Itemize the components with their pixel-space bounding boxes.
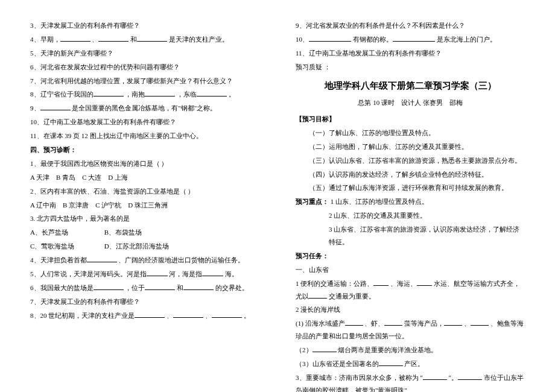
text: 。 <box>244 312 250 319</box>
right-column: 9、河北省发展农业的有利条件是什么？不利因素是什么？ 10、 有钢都的称。 是东… <box>296 18 525 392</box>
q7: 7、河北省利用优越的地理位置，发展了哪些新兴产业？有什么意义？ <box>30 75 259 87</box>
blank <box>312 344 337 352</box>
opt-c: C、莺歌海盐场 <box>30 240 103 253</box>
d3: 3. 北方四大盐场中，最为著名的是 <box>30 212 259 225</box>
blank <box>309 291 327 299</box>
t3: 3、重要城市：济南市因泉水众多，被称为 " "。 市位于山东半岛南侧的胶州湾畔，… <box>296 371 525 392</box>
p3: 3 山东省、江苏省丰富的旅游资源，认识苏南发达经济，了解经济特征。 <box>296 223 525 248</box>
q9: 9、 是全国重要的黑色金属冶炼基地，有"钢都"之称。 <box>30 102 259 115</box>
text: 烟台两市是重要的海洋渔业基地。 <box>338 346 437 353</box>
blank <box>471 318 489 326</box>
text: 。 <box>229 90 235 98</box>
g1: （一）了解山东、江苏的地理位置及特点。 <box>296 127 525 139</box>
p2: 2 山东、江苏的交通及其重要性。 <box>296 209 525 222</box>
t2-2: （2） 烟台两市是重要的海洋渔业基地。 <box>296 344 525 356</box>
d5: 5、人们常说，天津是河海码头。河是指 河，海是指 海。 <box>30 268 259 280</box>
text: 和 <box>130 36 137 43</box>
d8: 8、20 世纪初期，天津的支柱产业是 、 、 。 <box>30 309 259 322</box>
blank <box>135 310 165 318</box>
text: 8、20 世纪初期，天津的支柱产业是 <box>30 312 135 319</box>
text: (1) 沿海水域盛产 <box>296 320 345 327</box>
d4: 4、天津担负着首都 、广阔的经济腹地进出口货物的运输任务。 <box>30 254 259 267</box>
t0: 一、山东省 <box>296 264 525 276</box>
blank <box>147 268 168 276</box>
blank <box>60 34 90 42</box>
blank <box>145 89 175 96</box>
rq11: 11、辽中南工业基地发展工业的有利条件有哪些？ <box>296 47 525 60</box>
t2-3: （3）山东省还是全国著名的 产区。 <box>296 358 525 370</box>
blank <box>87 254 117 262</box>
points-head: 预习重点： <box>296 198 329 205</box>
q3: 3、天津发展工业的有利条件有哪些？ <box>30 19 259 32</box>
d1-opt: A 天津 B 青岛 C 大连 D 上海 <box>30 171 259 184</box>
text: 是东北海上的门户。 <box>437 36 496 43</box>
text: 海。 <box>225 270 238 277</box>
p1: 1 山东、江苏的地理位置及特点。 <box>331 198 428 205</box>
q5: 5、天津的新兴产业有哪些？ <box>30 47 259 60</box>
text: 1 便利的交通运输：公路、 <box>296 280 373 287</box>
q11: 11、在课本 39 页 12 图上找出辽中南地区主要的工业中心。 <box>30 130 259 142</box>
text: 河，海是指 <box>169 270 202 277</box>
text: 5、人们常说，天津是河海码头。河是指 <box>30 270 147 277</box>
text: 、虾、 <box>364 320 384 327</box>
blank <box>309 34 351 42</box>
text: 、 <box>464 320 471 327</box>
opt-d: D、江苏北部沿海盐场 <box>104 242 169 250</box>
q10: 10、辽中南工业基地发展工业的有利条件有哪些？ <box>30 116 259 128</box>
lesson-title: 地理学科八年级下册第二章预习学案（三） <box>296 77 525 95</box>
q8: 8、辽宁省位于我国的 ，南抱 ，东临 。 <box>30 88 259 101</box>
text: 、海运、 <box>390 280 417 287</box>
page-root: 3、天津发展工业的有利条件有哪些？ 4、早期， 、 和 是天津的支柱产业。 5、… <box>0 0 555 392</box>
blank <box>444 318 462 326</box>
text: 、 <box>92 36 98 43</box>
diagnose-head: 四、预习诊断： <box>30 144 259 156</box>
t2-1: (1) 沿海水域盛产 、虾、 藻等海产品， 、 、鲍鱼等海珍品的产量和出口量均居… <box>296 317 525 343</box>
pre-doubt: 预习质疑 ： <box>296 61 525 74</box>
blank <box>458 372 482 380</box>
text: 、 <box>205 312 212 319</box>
t2: 2 漫长的海岸线 <box>296 303 525 316</box>
goals-head: 【预习目标】 <box>296 113 525 125</box>
rq10: 10、 有钢都的称。 是东北海上的门户。 <box>296 33 525 46</box>
blank <box>202 268 223 276</box>
text: 10、 <box>296 36 309 43</box>
d2-opt: A 辽中南 B 京津唐 C 沪宁杭 D 珠江三角洲 <box>30 199 259 212</box>
text: 和 <box>177 284 183 291</box>
text: 产区。 <box>404 360 424 367</box>
text: 8、辽宁省位于我国的 <box>30 90 94 98</box>
blank <box>379 358 403 366</box>
points: 预习重点： 1 山东、江苏的地理位置及特点。 <box>296 195 525 208</box>
tasks-head: 预习任务： <box>296 250 525 262</box>
text: 、广阔的经济腹地进出口货物的运输任务。 <box>118 256 244 264</box>
text: ，东临 <box>177 90 197 98</box>
t1: 1 便利的交通运输：公路、 、海运、 水运、航空等运输方式齐全，尤以 交通最为重… <box>296 277 525 303</box>
g2: （二）运用地图，了解山东、江苏的交通及其重要性。 <box>296 141 525 153</box>
text: ，南抱 <box>125 90 145 98</box>
blank <box>40 103 71 110</box>
text: 9、 <box>30 104 40 112</box>
blank <box>145 282 175 290</box>
text: 3、重要城市：济南市因泉水众多，被称为 " <box>296 374 423 381</box>
g4: （四）认识苏南的发达经济，了解乡镇企业特色的经济特征。 <box>296 168 525 181</box>
text: （2） <box>296 346 312 353</box>
blank <box>137 34 167 42</box>
q6: 6、河北省在发展农业过程中的优势和问题有哪些？ <box>30 61 259 74</box>
d1: 1、最便于我国西北地区物资出海的港口是（ ） <box>30 157 259 170</box>
text: 的交界处。 <box>215 284 249 291</box>
blank <box>417 278 432 286</box>
blank <box>373 278 388 286</box>
blank <box>94 89 124 96</box>
blank <box>393 34 435 42</box>
text: "。 <box>449 374 458 381</box>
text: 是天津的支柱产业。 <box>169 36 229 43</box>
rq9: 9、河北省发展农业的有利条件是什么？不利因素是什么？ <box>296 19 525 32</box>
d2: 2、区内有丰富的铁、石油、海盐资源的工业基地是（ ） <box>30 185 259 198</box>
d6: 6、我国最大的盐场是 ，位于 和 的交界处。 <box>30 282 259 294</box>
q4: 4、早期， 、 和 是天津的支柱产业。 <box>30 33 259 46</box>
text: 交通最为重要。 <box>329 292 375 300</box>
text: 、 <box>166 312 173 319</box>
text: （3）山东省还是全国著名的 <box>296 360 379 367</box>
blank <box>183 282 214 290</box>
blank <box>212 310 242 318</box>
text: 藻等海产品， <box>404 320 444 327</box>
